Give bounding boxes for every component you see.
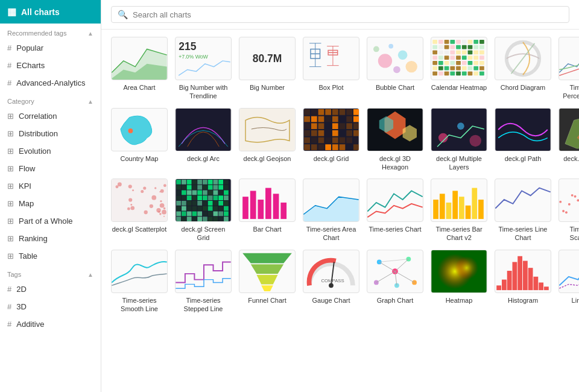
sidebar-category-distribution[interactable]: ⊞Distribution	[0, 125, 101, 142]
svg-rect-58	[479, 55, 484, 60]
chart-thumbnail-deckgl_hex	[367, 108, 423, 151]
svg-point-169	[150, 204, 153, 208]
chart-card-ts_line2[interactable]: Time-series Line Chart	[495, 179, 551, 242]
svg-rect-207	[224, 191, 229, 195]
chart-card-country_map[interactable]: Country Map	[111, 108, 168, 172]
sidebar-tag-advanced-analytics[interactable]: #Advanced-Analytics	[0, 74, 101, 92]
svg-rect-204	[208, 191, 213, 195]
extratag-label: 2D	[16, 285, 27, 294]
svg-rect-265	[433, 200, 438, 219]
svg-rect-112	[340, 123, 346, 129]
svg-rect-73	[462, 66, 467, 71]
chart-card-deckgl_multi[interactable]: deck.gl Multiple Layers	[431, 108, 487, 172]
svg-rect-266	[440, 194, 445, 219]
svg-rect-96	[340, 109, 346, 115]
sidebar-extratag-3d[interactable]: #3D	[0, 298, 101, 315]
sidebar-category-flow[interactable]: ⊞Flow	[0, 160, 101, 177]
svg-rect-23	[432, 40, 437, 44]
svg-rect-126	[325, 137, 331, 143]
svg-point-20	[373, 46, 379, 52]
chart-card-deckgl_scatter[interactable]: deck.gl Scatterplot	[111, 179, 168, 242]
extratag-label: Additive	[16, 320, 44, 329]
chart-card-bar[interactable]: Bar Chart	[239, 179, 296, 242]
svg-rect-116	[311, 130, 317, 136]
chart-thumbnail-calendar	[431, 37, 487, 80]
sidebar-category-ranking[interactable]: ⊞Ranking	[0, 230, 101, 247]
svg-rect-31	[479, 40, 484, 44]
svg-rect-124	[311, 137, 317, 143]
chart-card-ts_line[interactable]: Time-series Chart	[367, 179, 423, 242]
chart-card-deckgl_polygon[interactable]: deck.gl Polygon	[558, 108, 579, 172]
chart-thumbnail-bar	[239, 179, 296, 222]
tags-section: Tags ▲	[0, 265, 101, 280]
sidebar-extratag-2d[interactable]: #2D	[0, 280, 101, 298]
svg-rect-226	[218, 201, 223, 206]
tag-label: Popular	[16, 43, 43, 52]
chart-card-heatmap[interactable]: Heatmap	[431, 250, 487, 314]
chart-card-ts_area[interactable]: Time-series Area Chart	[303, 179, 359, 242]
svg-point-155	[159, 213, 162, 215]
svg-rect-217	[224, 195, 229, 200]
svg-rect-250	[187, 217, 192, 221]
sidebar-category-map[interactable]: ⊞Map	[0, 195, 101, 212]
chart-card-bignumber_trend[interactable]: 215 +7.0% WoW Big Number with Trendline	[175, 37, 232, 101]
category-label: Evolution	[19, 147, 51, 156]
svg-rect-123	[304, 137, 310, 143]
sidebar-category-kpi[interactable]: ⊞KPI	[0, 177, 101, 195]
chart-thumbnail-ts_area	[303, 179, 359, 222]
chart-label: Line Chart	[572, 296, 579, 305]
svg-marker-264	[303, 197, 358, 221]
svg-rect-39	[473, 45, 478, 49]
sidebar-tag-echarts[interactable]: #ECharts	[0, 57, 101, 74]
search-input[interactable]	[133, 10, 563, 19]
chart-card-boxplot[interactable]: Box Plot	[303, 37, 359, 101]
chart-card-calendar[interactable]: Calendar Heatmap	[431, 37, 487, 101]
sidebar-extratag-additive[interactable]: #Additive	[0, 315, 101, 333]
svg-rect-237	[224, 206, 229, 211]
category-label: Ranking	[19, 234, 48, 243]
chart-card-ts_stepped[interactable]: Time-series Stepped Line	[175, 250, 232, 314]
sidebar-category-evolution[interactable]: ⊞Evolution	[0, 142, 101, 160]
svg-rect-321	[528, 268, 533, 290]
svg-point-172	[160, 203, 165, 208]
extratag-label: 3D	[16, 302, 27, 311]
chart-card-deckgl_arc[interactable]: deck.gl Arc	[175, 108, 232, 172]
chart-card-ts_smooth[interactable]: Time-series Smooth Line	[111, 250, 168, 314]
svg-rect-202	[197, 191, 202, 195]
svg-rect-318	[513, 262, 517, 290]
chart-card-deckgl_grid[interactable]: deck.gl Grid	[303, 108, 359, 172]
svg-point-166	[130, 204, 132, 206]
chart-card-funnel[interactable]: Funnel Chart	[239, 250, 296, 314]
chart-card-area[interactable]: Area Chart	[111, 37, 168, 101]
sidebar-category-part of a whole[interactable]: ⊞Part of a Whole	[0, 212, 101, 230]
svg-rect-119	[332, 130, 338, 136]
svg-rect-83	[468, 71, 473, 75]
sidebar-category-correlation[interactable]: ⊞Correlation	[0, 107, 101, 125]
chart-card-deckgl_geojson[interactable]: deck.gl Geojson	[239, 108, 296, 172]
svg-point-277	[571, 194, 574, 197]
all-charts-header[interactable]: ▦ All charts	[0, 0, 101, 24]
sidebar-category-table[interactable]: ⊞Table	[0, 247, 101, 265]
chart-card-chord[interactable]: Chord Diagram	[495, 37, 551, 101]
chart-card-bignumber[interactable]: 80.7M Big Number	[239, 37, 296, 101]
chart-card-deckgl_path[interactable]: deck.gl Path	[495, 108, 551, 172]
svg-rect-320	[523, 261, 528, 290]
search-wrapper[interactable]: 🔍	[111, 6, 569, 23]
chart-card-bubble[interactable]: Bubble Chart	[367, 37, 423, 101]
chart-card-linechart[interactable]: Line Chart	[558, 250, 579, 314]
svg-rect-41	[432, 50, 437, 54]
chart-card-ts_scatter[interactable]: Time-series Scatter Plot	[558, 179, 579, 242]
chart-card-gauge[interactable]: COMPASS Gauge Chart	[303, 250, 359, 314]
chart-card-graph[interactable]: Graph Chart	[367, 250, 423, 314]
chart-thumbnail-bubble	[367, 37, 423, 80]
svg-point-275	[565, 211, 568, 213]
chart-card-ts_bar[interactable]: Time-series Bar Chart v2	[431, 179, 487, 242]
chart-card-deckgl_screengrid[interactable]: deck.gl Screen Grid	[175, 179, 232, 242]
chart-card-histogram[interactable]: Histogram	[495, 250, 551, 314]
chart-card-ts_percent[interactable]: Time-series Percent Change	[558, 37, 579, 101]
chart-thumbnail-deckgl_path	[495, 108, 551, 151]
chart-card-deckgl_hex[interactable]: deck.gl 3D Hexagon	[367, 108, 423, 172]
svg-rect-107	[304, 123, 310, 129]
sidebar-tag-popular[interactable]: #Popular	[0, 39, 101, 57]
category-icon: ⊞	[7, 199, 14, 208]
